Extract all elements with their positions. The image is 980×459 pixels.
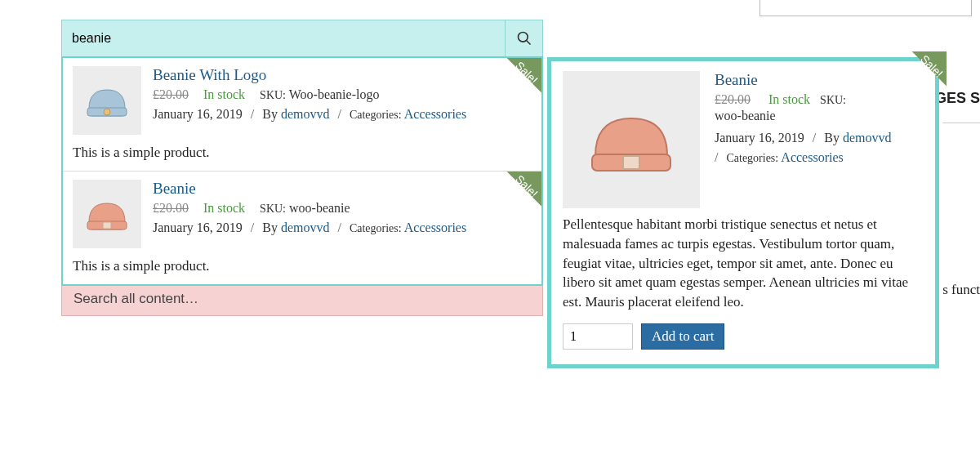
sku-value: Woo-beanie-logo	[289, 87, 380, 101]
author-link[interactable]: demovvd	[843, 131, 892, 145]
product-thumbnail	[73, 180, 141, 248]
search-widget: Sale! Beanie With Logo £20.00 In stock S…	[61, 20, 543, 316]
result-excerpt: This is a simple product.	[73, 145, 532, 161]
clipped-text: s funct	[942, 282, 980, 298]
stock-status: In stock	[203, 201, 245, 216]
search-results-dropdown: Sale! Beanie With Logo £20.00 In stock S…	[61, 56, 543, 286]
categories-label: Categories:	[350, 222, 402, 234]
by-label: By	[824, 131, 840, 145]
author-link[interactable]: demovvd	[281, 221, 330, 234]
category-link[interactable]: Accessories	[781, 150, 843, 164]
by-label: By	[262, 107, 278, 121]
result-date: January 16, 2019	[153, 221, 243, 234]
obscured-search-box	[760, 0, 972, 16]
old-price: £20.00	[715, 92, 751, 106]
sku-value: woo-beanie	[289, 201, 350, 215]
search-button[interactable]	[505, 20, 542, 57]
sku-label: SKU:	[260, 89, 286, 101]
svg-point-0	[518, 33, 528, 42]
search-all-content-link[interactable]: Search all content…	[61, 286, 543, 316]
svg-rect-5	[103, 222, 111, 229]
product-title[interactable]: Beanie	[153, 180, 532, 198]
svg-line-1	[526, 41, 530, 45]
categories-label: Categories:	[726, 152, 778, 164]
search-icon	[516, 30, 532, 47]
search-input[interactable]	[62, 31, 505, 46]
category-link[interactable]: Accessories	[404, 221, 466, 234]
sku-label: SKU:	[260, 203, 286, 215]
product-preview-thumbnail	[563, 71, 700, 208]
categories-label: Categories:	[350, 109, 402, 121]
product-preview-panel: Sale! Beanie £20.00 In stock SKU: woo-be…	[547, 57, 939, 368]
preview-date: January 16, 2019	[715, 131, 804, 145]
product-title[interactable]: Beanie With Logo	[153, 66, 532, 84]
svg-point-3	[104, 109, 110, 115]
add-to-cart-button[interactable]: Add to cart	[641, 323, 724, 350]
stock-status: In stock	[203, 87, 245, 102]
sale-badge: Sale!	[492, 58, 541, 107]
author-link[interactable]: demovvd	[281, 107, 330, 121]
search-bar	[61, 20, 543, 57]
sale-badge: Sale!	[492, 172, 541, 221]
by-label: By	[262, 221, 278, 234]
product-thumbnail	[73, 66, 141, 135]
search-result-item[interactable]: Sale! Beanie £20.00 In stock SKU: woo-be…	[63, 172, 541, 284]
old-price: £20.00	[153, 87, 189, 102]
beanie-icon	[82, 194, 131, 234]
old-price: £20.00	[153, 201, 189, 216]
preview-description: Pellentesque habitant morbi tristique se…	[563, 215, 924, 312]
category-link[interactable]: Accessories	[404, 107, 466, 121]
sku-label: SKU:	[820, 94, 846, 106]
quantity-input[interactable]	[563, 323, 633, 350]
svg-rect-7	[623, 156, 639, 169]
result-date: January 16, 2019	[153, 107, 243, 121]
preview-title[interactable]: Beanie	[715, 71, 924, 89]
beanie-icon	[82, 80, 131, 121]
sku-value: woo-beanie	[715, 109, 924, 123]
search-result-item[interactable]: Sale! Beanie With Logo £20.00 In stock S…	[63, 58, 541, 172]
clipped-divider	[942, 123, 980, 123]
result-excerpt: This is a simple product.	[73, 258, 532, 274]
stock-status: In stock	[768, 92, 810, 106]
beanie-icon	[582, 99, 680, 180]
